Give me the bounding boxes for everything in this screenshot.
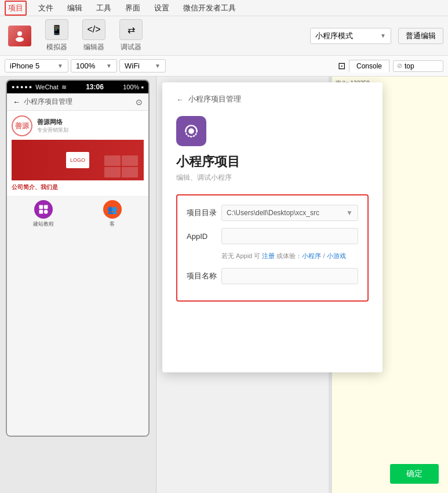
menu-item-interface[interactable]: 界面 (123, 2, 143, 14)
banner-grid-item-3 (104, 167, 121, 177)
banner-logo: LOGO (66, 152, 89, 168)
signal-dot-3: ● (20, 84, 23, 90)
menu-bar: 项目 文件 编辑 工具 界面 设置 微信开发者工具 (0, 0, 448, 16)
debugger-label: 调试器 (121, 42, 141, 52)
form-row-name: 项目名称 (187, 268, 358, 284)
phone-nav-bar: ← 小程序项目管理 ⊙ (7, 93, 148, 111)
svg-point-0 (17, 31, 22, 36)
svg-rect-4 (39, 210, 43, 214)
svg-point-1 (16, 37, 24, 42)
mode-chevron-icon: ▼ (380, 32, 386, 39)
main-area: ● ● ● ● ● WeChat ≋ 13:06 100% ▪ ← 小程序项目管… (0, 77, 448, 493)
register-link[interactable]: 注册 (262, 252, 275, 259)
dialog-title: 小程序项目 (176, 153, 369, 171)
dir-input-wrapper[interactable]: ▼ (221, 205, 358, 221)
appid-input-wrapper[interactable] (221, 228, 358, 244)
company-tagline: 专业营销策划 (37, 126, 68, 134)
appid-hint: 若无 Appid 可 注册 或体验：小程序 / 小游戏 (221, 251, 358, 261)
console-tab[interactable]: Console (349, 60, 389, 72)
appid-label: AppID (187, 232, 221, 241)
name-label: 项目名称 (187, 271, 221, 281)
menu-icon-1 (34, 200, 53, 219)
phone-menu-item-1[interactable]: 建站教程 (10, 200, 76, 228)
network-chevron-icon: ▼ (155, 63, 161, 69)
translate-button[interactable]: 普通编辑 (398, 28, 443, 44)
name-input-wrapper[interactable] (221, 268, 358, 284)
search-input[interactable] (405, 62, 439, 70)
company-header: 善源 善源网络 专业营销策划 (12, 115, 144, 136)
device-select[interactable]: iPhone 5 ▼ (5, 59, 68, 72)
menu-icon-2: 👥 (103, 200, 122, 219)
mini-game-link[interactable]: 小游戏 (327, 252, 346, 259)
dialog-nav-title: 小程序项目管理 (188, 94, 241, 104)
wifi-signal-icon: ≋ (61, 84, 67, 91)
banner-grid (104, 155, 138, 177)
phone-menu-grid: 建站教程 👥 客 (7, 197, 148, 231)
phone-menu-icon[interactable]: ⊙ (136, 97, 143, 107)
menu-item-settings[interactable]: 设置 (152, 2, 172, 14)
cursor-icon[interactable]: ⊡ (338, 60, 345, 71)
signal-dot-2: ● (16, 84, 19, 90)
form-box: 项目目录 ▼ AppID (176, 194, 369, 302)
dir-input[interactable] (227, 209, 346, 217)
phone-content: 善源 善源网络 专业营销策划 LOGO (7, 111, 148, 436)
name-input[interactable] (227, 272, 353, 280)
form-row-appid: AppID (187, 228, 358, 244)
dir-dropdown-icon[interactable]: ▼ (346, 209, 353, 217)
mode-dropdown[interactable]: 小程序模式 ▼ (310, 28, 391, 44)
phone-nav-title: 小程序项目管理 (24, 97, 72, 107)
avatar-button[interactable] (5, 26, 35, 46)
device-bar: iPhone 5 ▼ 100% ▼ WiFi ▼ ⊡ Console ⊘ (0, 56, 448, 77)
svg-rect-3 (43, 205, 48, 209)
battery-icon: ▪ (141, 83, 144, 92)
toolbar: 📱 模拟器 </> 编辑器 ⇄ 调试器 小程序模式 ▼ 普通编辑 (0, 16, 448, 56)
banner-image: LOGO (12, 140, 144, 180)
debugger-button[interactable]: ⇄ 调试器 (116, 19, 146, 52)
editor-icon: </> (82, 19, 105, 40)
dir-label: 项目目录 (187, 208, 221, 218)
simulator-icon: 📱 (45, 19, 68, 40)
menu-item-edit[interactable]: 编辑 (65, 2, 85, 14)
network-select[interactable]: WiFi ▼ (119, 59, 166, 72)
network-label: WiFi (125, 61, 140, 70)
mode-label: 小程序模式 (315, 31, 353, 41)
signal-area: ● ● ● ● ● WeChat ≋ (12, 84, 67, 91)
phone-back-button[interactable]: ← (13, 97, 20, 106)
menu-item-wechat-devtools[interactable]: 微信开发者工具 (181, 2, 238, 14)
device-chevron-icon: ▼ (57, 63, 63, 69)
battery-label: 100% (123, 84, 139, 90)
simulator-button[interactable]: 📱 模拟器 (42, 19, 72, 52)
project-dialog: ← 小程序项目管理 小程序项目 编辑、调试小程序 (162, 82, 383, 372)
menu-item-project[interactable]: 项目 (5, 1, 27, 16)
device-label: iPhone 5 (10, 61, 39, 70)
form-row-dir: 项目目录 ▼ (187, 205, 358, 221)
mini-program-icon (176, 116, 206, 146)
menu-item-label-2: 客 (110, 220, 115, 228)
simulator-label: 模拟器 (46, 42, 67, 52)
debugger-icon: ⇄ (119, 19, 143, 40)
menu-item-file[interactable]: 文件 (36, 2, 56, 14)
carrier-label: WeChat (35, 84, 59, 90)
appid-input[interactable] (227, 232, 353, 240)
zoom-select[interactable]: 100% ▼ (71, 59, 117, 72)
banner-grid-item-1 (104, 155, 121, 166)
website-banner: 善源 善源网络 专业营销策划 LOGO (7, 111, 148, 197)
menu-item-label-1: 建站教程 (33, 220, 54, 228)
signal-dot-1: ● (12, 84, 14, 90)
status-time: 13:06 (86, 83, 104, 91)
console-tabs: Console (349, 60, 389, 72)
banner-grid-item-2 (122, 155, 138, 166)
svg-point-5 (43, 210, 48, 214)
dialog-nav: ← 小程序项目管理 (176, 94, 369, 104)
banner-grid-item-4 (122, 167, 138, 177)
confirm-button[interactable]: 确定 (390, 464, 439, 484)
avatar-icon (8, 26, 31, 46)
phone-menu-item-2[interactable]: 👥 客 (79, 200, 145, 228)
mini-program-link[interactable]: 小程序 (302, 252, 321, 259)
dialog-overlay: ← 小程序项目管理 小程序项目 编辑、调试小程序 (156, 77, 448, 493)
dialog-back-icon[interactable]: ← (176, 95, 184, 104)
dialog-subtitle: 编辑、调试小程序 (176, 173, 369, 183)
menu-item-tools[interactable]: 工具 (94, 2, 114, 14)
company-info-bar: 公司简介、我们是 (12, 183, 144, 191)
editor-button[interactable]: </> 编辑器 (79, 19, 109, 52)
